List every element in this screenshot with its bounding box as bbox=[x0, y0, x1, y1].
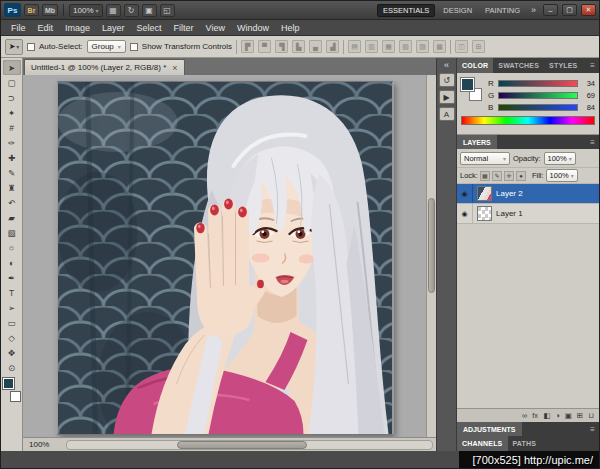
auto-select-checkbox[interactable] bbox=[27, 43, 35, 51]
lasso-tool[interactable]: ⊃ bbox=[3, 90, 21, 105]
channel-b-slider[interactable] bbox=[498, 104, 578, 111]
move-tool[interactable]: ➤ bbox=[3, 60, 21, 75]
distribute-icon[interactable]: ▥ bbox=[365, 40, 378, 53]
lock-all-icon[interactable]: ● bbox=[516, 171, 526, 181]
link-layers-icon[interactable]: ∞ bbox=[522, 412, 527, 420]
align-icon[interactable]: ▜ bbox=[275, 40, 288, 53]
menu-select[interactable]: Select bbox=[131, 23, 168, 33]
lock-move-icon[interactable]: ✛ bbox=[504, 171, 514, 181]
fill-dropdown[interactable]: 100% ▾ bbox=[546, 169, 578, 182]
tab-layers[interactable]: LAYERS bbox=[457, 135, 497, 149]
tab-paths[interactable]: PATHS bbox=[508, 436, 542, 451]
tab-swatches[interactable]: SWATCHES bbox=[493, 58, 544, 73]
channel-b-value[interactable]: 84 bbox=[581, 103, 595, 112]
screen-mode-icon[interactable]: ◱ bbox=[160, 4, 175, 17]
auto-align-icon[interactable]: ◫ bbox=[455, 40, 468, 53]
canvas-image[interactable] bbox=[57, 82, 392, 434]
rect-marquee-tool[interactable]: ▢ bbox=[3, 75, 21, 90]
vertical-scrollbar[interactable] bbox=[426, 75, 436, 437]
auto-select-dropdown[interactable]: Group ▾ bbox=[87, 40, 126, 53]
zoom-tool[interactable]: ⊙ bbox=[3, 360, 21, 375]
blur-tool[interactable]: ○ bbox=[3, 240, 21, 255]
workspace-design[interactable]: DESIGN bbox=[438, 4, 477, 17]
dodge-tool[interactable]: ◐ bbox=[3, 255, 21, 270]
crop-tool[interactable]: # bbox=[3, 120, 21, 135]
foreground-color-swatch[interactable] bbox=[461, 78, 474, 91]
show-transform-checkbox[interactable] bbox=[130, 43, 138, 51]
eyedropper-tool[interactable]: ✑ bbox=[3, 135, 21, 150]
collapse-dock-icon[interactable]: « bbox=[444, 60, 449, 70]
view-extras-icon[interactable]: ▦ bbox=[106, 4, 121, 17]
actions-panel-icon[interactable]: ▶ bbox=[439, 90, 455, 104]
horizontal-scrollbar-thumb[interactable] bbox=[177, 441, 307, 449]
status-zoom-level[interactable]: 100% bbox=[23, 440, 63, 449]
foreground-color-swatch[interactable] bbox=[3, 378, 14, 389]
layer-name[interactable]: Layer 2 bbox=[496, 189, 523, 198]
menu-file[interactable]: File bbox=[5, 23, 32, 33]
eraser-tool[interactable]: ▰ bbox=[3, 210, 21, 225]
restore-button[interactable]: ▢ bbox=[562, 4, 577, 16]
menu-view[interactable]: View bbox=[200, 23, 231, 33]
healing-brush-tool[interactable]: ✚ bbox=[3, 150, 21, 165]
channel-r-slider[interactable] bbox=[498, 80, 578, 87]
visibility-toggle[interactable]: ◉ bbox=[457, 204, 473, 223]
menu-image[interactable]: Image bbox=[59, 23, 96, 33]
tab-color[interactable]: COLOR bbox=[457, 58, 493, 73]
gradient-tool[interactable]: ▧ bbox=[3, 225, 21, 240]
distribute-icon[interactable]: ▧ bbox=[399, 40, 412, 53]
visibility-toggle[interactable]: ◉ bbox=[457, 184, 473, 203]
menu-window[interactable]: Window bbox=[231, 23, 275, 33]
3d-rotation-tool[interactable]: ◇ bbox=[3, 330, 21, 345]
hand-tool[interactable]: ✥ bbox=[3, 345, 21, 360]
layer-style-icon[interactable]: fx bbox=[532, 412, 538, 420]
tab-adjustments[interactable]: ADJUSTMENTS bbox=[457, 422, 522, 436]
pen-tool[interactable]: ✒ bbox=[3, 270, 21, 285]
align-icon[interactable]: ▛ bbox=[241, 40, 254, 53]
distribute-icon[interactable]: ▦ bbox=[382, 40, 395, 53]
type-tool[interactable]: T bbox=[3, 285, 21, 300]
background-color-swatch[interactable] bbox=[10, 391, 21, 402]
blend-mode-dropdown[interactable]: Normal ▾ bbox=[460, 152, 510, 165]
delete-layer-icon[interactable]: ⊔ bbox=[588, 412, 594, 420]
layer-row[interactable]: ◉ Layer 1 bbox=[457, 204, 599, 224]
close-button[interactable]: ✕ bbox=[581, 4, 596, 16]
character-panel-icon[interactable]: A bbox=[439, 107, 455, 121]
align-icon[interactable]: ▄ bbox=[309, 40, 322, 53]
menu-filter[interactable]: Filter bbox=[168, 23, 200, 33]
history-brush-tool[interactable]: ↶ bbox=[3, 195, 21, 210]
new-layer-icon[interactable]: ⊞ bbox=[577, 412, 583, 420]
minimize-button[interactable]: – bbox=[543, 4, 558, 16]
current-tool-icon[interactable]: ➤ ▾ bbox=[5, 39, 23, 55]
align-icon[interactable]: ▟ bbox=[326, 40, 339, 53]
opacity-dropdown[interactable]: 100% ▾ bbox=[544, 152, 576, 165]
menu-layer[interactable]: Layer bbox=[96, 23, 131, 33]
zoom-level-dropdown[interactable]: 100% ▾ bbox=[69, 4, 102, 17]
layer-group-icon[interactable]: ▣ bbox=[565, 412, 572, 420]
auto-align-icon[interactable]: ⊞ bbox=[472, 40, 485, 53]
horizontal-scrollbar[interactable] bbox=[66, 440, 433, 450]
clone-stamp-tool[interactable]: ♜ bbox=[3, 180, 21, 195]
lock-transparent-icon[interactable]: ▦ bbox=[480, 171, 490, 181]
workspace-essentials[interactable]: ESSENTIALS bbox=[377, 4, 435, 17]
lock-paint-icon[interactable]: ✎ bbox=[492, 171, 502, 181]
panel-menu-icon[interactable]: ≡ bbox=[586, 58, 599, 73]
panel-menu-icon[interactable]: ≡ bbox=[586, 135, 599, 149]
path-selection-tool[interactable]: ➢ bbox=[3, 300, 21, 315]
color-spectrum-ramp[interactable] bbox=[461, 116, 595, 125]
channel-g-slider[interactable] bbox=[498, 92, 578, 99]
layer-name[interactable]: Layer 1 bbox=[496, 209, 523, 218]
channel-r-value[interactable]: 34 bbox=[581, 79, 595, 88]
workspace-painting[interactable]: PAINTING bbox=[480, 4, 525, 17]
layer-thumbnail[interactable] bbox=[477, 186, 492, 201]
tab-styles[interactable]: STYLES bbox=[544, 58, 582, 73]
align-icon[interactable]: ▀ bbox=[258, 40, 271, 53]
menu-help[interactable]: Help bbox=[275, 23, 306, 33]
layer-row[interactable]: ◉ Layer 2 bbox=[457, 184, 599, 204]
vertical-scrollbar-thumb[interactable] bbox=[428, 198, 435, 293]
adjustment-layer-icon[interactable]: ◑ bbox=[555, 412, 560, 420]
history-panel-icon[interactable]: ↺ bbox=[439, 73, 455, 87]
bridge-launcher-icon[interactable]: Br bbox=[24, 4, 39, 16]
channel-g-value[interactable]: 69 bbox=[581, 91, 595, 100]
tab-channels[interactable]: CHANNELS bbox=[457, 436, 508, 451]
brush-tool[interactable]: ✎ bbox=[3, 165, 21, 180]
